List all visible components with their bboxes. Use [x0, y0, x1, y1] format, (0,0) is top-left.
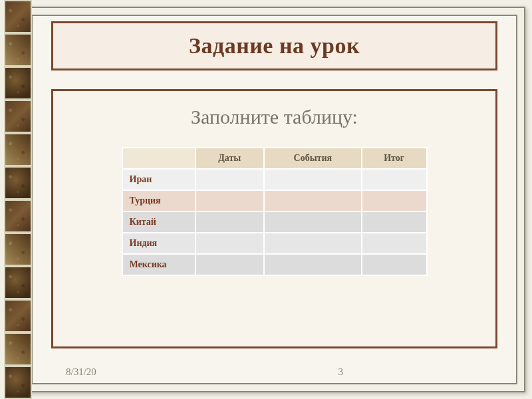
content-box: Заполните таблицу: Даты События Итог Ира…	[51, 89, 497, 348]
table-row-label: Мексика	[122, 254, 196, 275]
table-row-label: Иран	[122, 169, 196, 190]
table-row: Китай	[122, 211, 427, 233]
table-header-cell: Итог	[362, 148, 427, 169]
footer-page-number: 3	[338, 366, 344, 378]
table-cell	[362, 254, 427, 275]
table-cell	[264, 211, 362, 233]
table-row: Индия	[122, 233, 427, 254]
table-cell	[196, 190, 264, 211]
slide-inner-frame: Задание на урок Заполните таблицу: Даты …	[31, 15, 517, 384]
table-cell	[196, 169, 264, 190]
table-header-corner	[122, 148, 196, 169]
table-cell	[264, 254, 362, 275]
table-cell	[264, 169, 362, 190]
table-row: Иран	[122, 169, 427, 190]
decorative-tile	[4, 366, 32, 399]
decorative-tile	[4, 66, 32, 100]
decorative-side-strip	[4, 0, 32, 399]
table-cell	[362, 211, 427, 233]
decorative-tile	[4, 266, 32, 299]
footer-date: 8/31/20	[66, 366, 96, 378]
decorative-tile	[4, 200, 32, 233]
decorative-tile	[4, 0, 32, 33]
table-cell	[196, 254, 264, 275]
decorative-tile	[4, 299, 32, 332]
table-row-label: Индия	[122, 233, 196, 254]
table-header-cell: Даты	[196, 148, 264, 169]
table-cell	[362, 169, 427, 190]
table-cell	[264, 233, 362, 254]
fill-table: Даты События Итог Иран Турция	[122, 147, 428, 276]
table-cell	[196, 233, 264, 254]
decorative-tile	[4, 332, 32, 366]
table-row: Мексика	[122, 254, 427, 275]
decorative-tile	[4, 233, 32, 266]
table-cell	[362, 190, 427, 211]
table-row-label: Китай	[122, 211, 196, 233]
table-row-label: Турция	[122, 190, 196, 211]
decorative-tile	[4, 33, 32, 66]
slide-subtitle: Заполните таблицу:	[73, 106, 475, 128]
decorative-tile	[4, 133, 32, 166]
slide-outer-frame: Задание на урок Заполните таблицу: Даты …	[23, 7, 525, 392]
table-header-row: Даты События Итог	[122, 148, 427, 169]
slide-title: Задание на урок	[189, 33, 360, 59]
table-cell	[362, 233, 427, 254]
table-cell	[196, 211, 264, 233]
decorative-tile	[4, 100, 32, 133]
table-cell	[264, 190, 362, 211]
table-header-cell: События	[264, 148, 362, 169]
table-row: Турция	[122, 190, 427, 211]
decorative-tile	[4, 166, 32, 200]
title-box: Задание на урок	[51, 21, 497, 70]
